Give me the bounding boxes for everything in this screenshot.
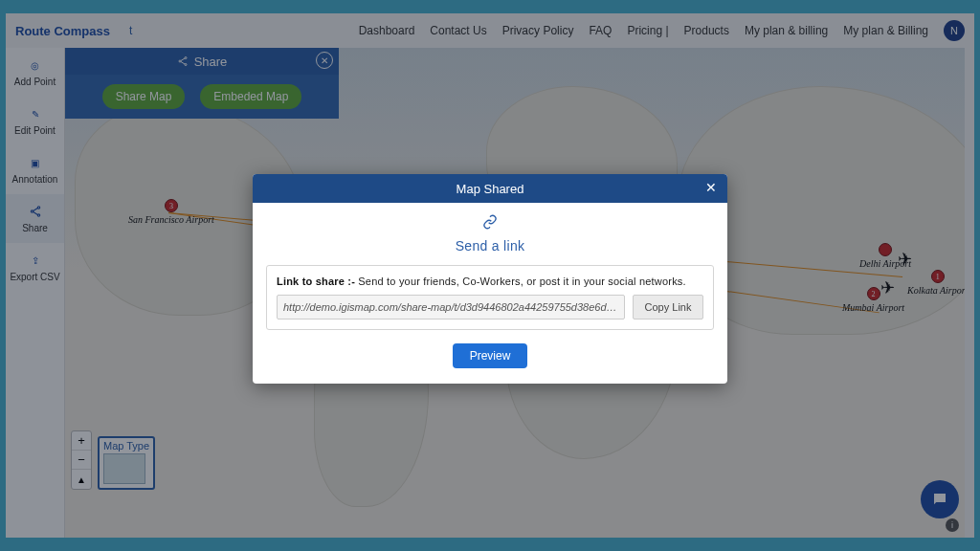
link-label-bold: Link to share :- <box>277 276 355 287</box>
link-icon <box>266 214 714 232</box>
send-link-title: Send a link <box>266 238 714 253</box>
modal-title: Map Shared <box>457 182 524 196</box>
modal-header: Map Shared ✕ <box>253 174 727 203</box>
link-label: Link to share :- Send to your friends, C… <box>277 276 703 287</box>
close-icon[interactable]: ✕ <box>702 179 720 196</box>
link-label-rest: Send to your friends, Co-Workers, or pos… <box>355 276 686 287</box>
share-url-input[interactable]: http://demo.igismap.com/share-map/t/d3d9… <box>277 295 625 320</box>
copy-link-button[interactable]: Copy Link <box>633 295 703 320</box>
map-shared-modal: Map Shared ✕ Send a link Link to share :… <box>253 174 727 384</box>
preview-button[interactable]: Preview <box>453 343 528 368</box>
link-box: Link to share :- Send to your friends, C… <box>266 265 714 330</box>
